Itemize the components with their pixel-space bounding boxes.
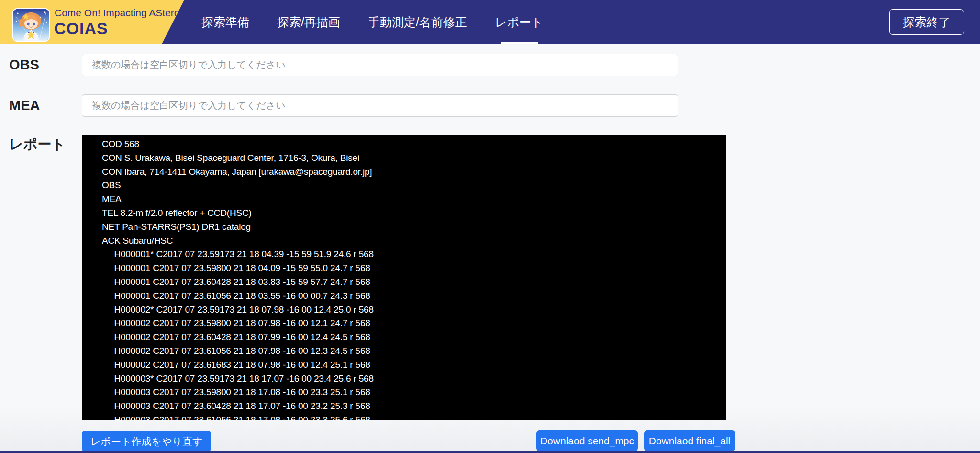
report-line: H000002 C2017 07 23.61683 21 18 07.98 -1… [102,358,726,372]
report-line: H000003 C2017 07 23.61056 21 18 17.08 -1… [102,413,726,420]
tab-search-redraw[interactable]: 探索/再描画 [277,0,340,44]
brand-area: Come On! Impacting ASteroid COIAS [0,0,184,44]
footer-bar [0,451,980,453]
end-search-button[interactable]: 探索終了 [889,9,964,35]
obs-input[interactable] [82,54,678,76]
report-line: H000001 C2017 07 23.59800 21 18 04.09 -1… [102,261,726,275]
obs-label: OBS [9,54,39,76]
report-line: TEL 8.2-m f/2.0 reflector + CCD(HSC) [102,206,726,220]
redo-report-button[interactable]: レポート作成をやり直す [82,431,211,452]
report-line: MEA [102,193,726,206]
report-line: COD 568 [102,137,726,151]
coias-logo-icon [12,8,50,42]
report-line: OBS [102,179,726,193]
report-line: H000003 C2017 07 23.60428 21 18 17.07 -1… [102,399,726,413]
report-line: H000001* C2017 07 23.59173 21 18 04.39 -… [102,248,726,261]
tab-search-prep[interactable]: 探索準備 [201,0,249,44]
report-line: H000001 C2017 07 23.60428 21 18 03.83 -1… [102,275,726,289]
report-line: H000002 C2017 07 23.59800 21 18 07.98 -1… [102,317,726,330]
report-line: CON Ibara, 714-1411 Okayama, Japan [urak… [102,165,726,179]
report-line: ACK Subaru/HSC [102,234,726,248]
report-line: H000003* C2017 07 23.59173 21 18 17.07 -… [102,372,726,386]
report-label: レポート [9,135,66,154]
app-title: COIAS [54,19,108,38]
report-line: H000003 C2017 07 23.59800 21 18 17.08 -1… [102,385,726,399]
mea-input[interactable] [82,94,678,117]
report-line: CON S. Urakawa, Bisei Spaceguard Center,… [102,151,726,165]
app-subtitle: Come On! Impacting ASteroid [55,7,188,19]
mea-label: MEA [9,94,40,117]
report-line: H000002 C2017 07 23.61056 21 18 07.98 -1… [102,344,726,358]
report-line: NET Pan-STARRS(PS1) DR1 catalog [102,220,726,234]
tab-manual-measure[interactable]: 手動測定/名前修正 [368,0,467,44]
main-nav: 探索準備 探索/再描画 手動測定/名前修正 レポート [201,0,544,44]
report-line: H000001 C2017 07 23.61056 21 18 03.55 -1… [102,289,726,303]
download-final-all-button[interactable]: Downlaod final_all [644,430,735,451]
coias-report-page: Come On! Impacting ASteroid COIAS 探索準備 探… [0,0,980,453]
report-text-box[interactable]: COD 568CON S. Urakawa, Bisei Spaceguard … [82,135,726,420]
app-header: Come On! Impacting ASteroid COIAS 探索準備 探… [0,0,980,44]
report-line: H000002 C2017 07 23.60428 21 18 07.99 -1… [102,330,726,344]
report-line: H000002* C2017 07 23.59173 21 18 07.98 -… [102,303,726,317]
tab-report[interactable]: レポート [495,0,544,44]
download-send-mpc-button[interactable]: Downlaod send_mpc [536,430,638,451]
